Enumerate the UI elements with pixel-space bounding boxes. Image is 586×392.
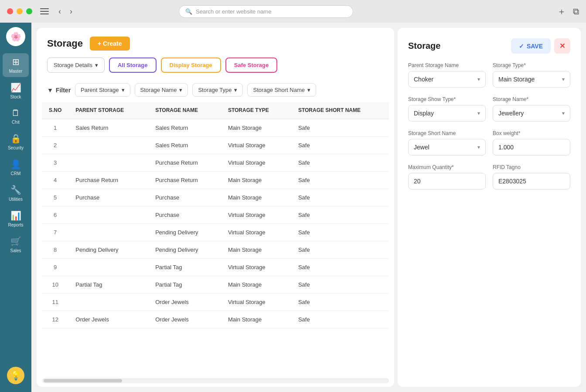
content-area: Storage + Create Storage Details ▾ All S… [31,23,586,392]
chevron-icon: ▾ [122,87,125,93]
table-row[interactable]: 2 Sales Return Virtual Storage Safe [42,137,389,154]
storage-type-value: Main Storage [498,76,535,83]
bulb-button[interactable]: 💡 [7,367,24,384]
cell-sno: 2 [42,137,68,154]
storage-show-type-select[interactable]: Display ▾ [408,105,486,122]
rfid-tagno-group: RFID Tagno [493,164,570,189]
cell-type: Main Storage [221,119,291,137]
parent-storage-name-select[interactable]: Choker ▾ [408,71,486,88]
app-body: 🌸 ⊞ Master 📈 Stock 🗒 Chit 🔒 Security 👤 C… [0,23,586,392]
filter-bar: ▼ Filter Parent Storage ▾ Storage Name ▾… [37,80,394,102]
minimize-traffic-light[interactable] [17,8,23,14]
cell-parent: Partial Tag [68,276,148,294]
cell-sno: 9 [42,259,68,276]
cell-parent [68,224,148,241]
sidebar-item-security[interactable]: 🔒 Security [3,130,29,154]
table-row[interactable]: 12 Order Jewels Order Jewels Main Storag… [42,311,389,328]
storage-details-dropdown[interactable]: Storage Details ▾ [47,57,105,73]
table-row[interactable]: 6 Purchase Virtual Storage Safe [42,206,389,224]
tab-safe-storage[interactable]: Safe Storage [225,57,277,73]
sidebar-toggle[interactable] [37,6,51,17]
form-row-3: Storage Short Name Jewel ▾ Box weight* [408,130,570,155]
cell-name: Sales Return [148,119,221,137]
table-row[interactable]: 4 Purchase Return Purchase Return Main S… [42,172,389,189]
back-button[interactable]: ‹ [57,5,63,18]
filter-storage-name[interactable]: Storage Name ▾ [135,83,188,97]
maximize-traffic-light[interactable] [26,8,32,14]
cell-name: Purchase Return [148,172,221,189]
table-row[interactable]: 11 Order Jewels Virtual Storage Safe [42,294,389,311]
cell-parent [68,259,148,276]
sidebar-bottom: 💡 [7,367,24,388]
security-icon: 🔒 [10,133,21,144]
cell-parent: Sales Return [68,119,148,137]
close-button[interactable]: ✕ [554,38,570,54]
titlebar: ‹ › 🔍 Search or enter website name ＋ ⧉ [0,0,586,23]
chevron-icon: ▾ [562,76,565,82]
cell-sno: 11 [42,294,68,311]
close-traffic-light[interactable] [7,8,13,14]
sidebar: 🌸 ⊞ Master 📈 Stock 🗒 Chit 🔒 Security 👤 C… [0,23,31,392]
col-storage-name: Storage Name [148,102,221,119]
rfid-tagno-field[interactable] [498,178,565,185]
filter-storage-short-name[interactable]: Storage Short Name ▾ [247,83,316,97]
storage-show-type-value: Display [414,110,434,117]
maximum-quantity-input[interactable] [408,173,486,189]
search-bar[interactable]: 🔍 Search or enter website name [179,5,353,18]
save-button[interactable]: ✓ SAVE [511,38,551,54]
filter-storage-type[interactable]: Storage Type ▾ [192,83,243,97]
table-row[interactable]: 7 Pending Delivery Virtual Storage Safe [42,224,389,241]
cell-parent: Purchase Return [68,172,148,189]
utilities-icon: 🔧 [10,185,21,195]
sidebar-item-utilities[interactable]: 🔧 Utilities [3,181,29,205]
cell-name: Partial Tag [148,276,221,294]
col-parent-storage: PARENT STORAGE [68,102,148,119]
cell-sno: 4 [42,172,68,189]
tab-display-storage[interactable]: Display Storage [161,57,221,73]
filter-parent-storage[interactable]: Parent Storage ▾ [75,83,130,97]
table-row[interactable]: 9 Partial Tag Virtual Storage Safe [42,259,389,276]
search-icon: 🔍 [185,8,192,15]
table-row[interactable]: 1 Sales Return Sales Return Main Storage… [42,119,389,137]
box-weight-field[interactable] [498,144,565,151]
storage-short-name-label: Storage Short Name [408,130,486,136]
reports-icon: 📊 [10,210,21,221]
cell-short: Safe [291,206,389,224]
cell-name: Purchase [148,206,221,224]
box-weight-label: Box weight* [493,130,570,136]
storage-short-name-select[interactable]: Jewel ▾ [408,139,486,155]
cell-short: Safe [291,241,389,259]
table-row[interactable]: 5 Purchase Purchase Main Storage Safe [42,189,389,206]
sidebar-item-stock[interactable]: 📈 Stock [3,79,29,103]
table-row[interactable]: 3 Purchase Return Virtual Storage Safe [42,154,389,172]
cell-name: Purchase [148,189,221,206]
rfid-tagno-input[interactable] [493,173,570,189]
sidebar-item-master[interactable]: ⊞ Master [3,53,29,77]
scrollbar-area[interactable] [42,378,389,383]
tab-all-storage[interactable]: All Storage [109,57,157,73]
storage-name-value: Jewellery [498,110,524,117]
sidebar-item-reports[interactable]: 📊 Reports [3,207,29,231]
sales-icon: 🛒 [10,236,21,247]
table-row[interactable]: 8 Pending Delivery Pending Delivery Main… [42,241,389,259]
storage-type-select[interactable]: Main Storage ▾ [493,71,570,88]
chevron-icon: ▾ [307,87,310,93]
sidebar-item-crm[interactable]: 👤 CRM [3,155,29,179]
sidebar-item-chit[interactable]: 🗒 Chit [3,105,29,128]
scrollbar-thumb[interactable] [44,379,122,382]
cell-type: Main Storage [221,311,291,328]
box-weight-input[interactable] [493,139,570,155]
chevron-icon: ▾ [477,144,480,150]
maximum-quantity-field[interactable] [414,178,480,185]
table-row[interactable]: 10 Partial Tag Partial Tag Main Storage … [42,276,389,294]
forward-button[interactable]: › [68,5,74,18]
right-panel: Storage ✓ SAVE ✕ Parent Storage Name Cho… [398,28,581,387]
storage-name-select[interactable]: Jewellery ▾ [493,105,570,122]
cell-type: Virtual Storage [221,224,291,241]
create-button[interactable]: + Create [90,37,130,51]
sidebar-item-sales[interactable]: 🛒 Sales [3,233,29,257]
copy-icon[interactable]: ⧉ [573,7,579,17]
add-icon[interactable]: ＋ [557,6,566,17]
chit-icon: 🗒 [11,108,20,118]
checkmark-icon: ✓ [519,43,524,50]
